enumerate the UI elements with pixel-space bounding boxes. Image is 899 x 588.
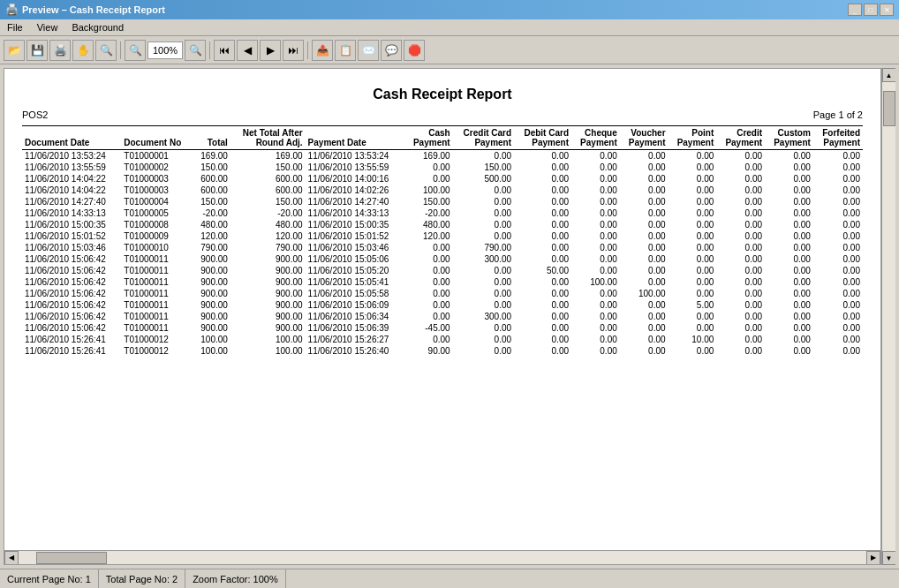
table-cell: 90.00 <box>404 345 453 357</box>
table-cell: 600.00 <box>193 185 230 196</box>
table-cell: 900.00 <box>230 311 306 322</box>
menu-view[interactable]: View <box>34 21 62 34</box>
v-scroll-track[interactable] <box>882 82 895 551</box>
v-scroll-down-button[interactable]: ▼ <box>882 551 896 565</box>
table-cell: 0.00 <box>813 322 863 334</box>
table-cell: 0.00 <box>765 219 813 230</box>
toolbar-email-button[interactable]: ✉️ <box>358 40 379 61</box>
table-cell: 11/06/2010 14:04:22 <box>22 185 121 196</box>
toolbar-prev-button[interactable]: ◀ <box>237 40 258 61</box>
table-cell: 0.00 <box>404 288 453 299</box>
menu-background[interactable]: Background <box>68 21 127 34</box>
maximize-button[interactable]: □ <box>864 4 878 16</box>
toolbar-export-button[interactable]: 📤 <box>312 40 333 61</box>
table-cell: T01000004 <box>121 196 193 207</box>
table-cell: 0.00 <box>571 219 620 230</box>
h-scroll-left-button[interactable]: ◀ <box>4 551 19 565</box>
table-cell: 0.00 <box>716 196 765 207</box>
table-cell: T01000005 <box>121 207 193 219</box>
toolbar-copy-button[interactable]: 📋 <box>335 40 356 61</box>
table-cell: 0.00 <box>716 345 765 357</box>
table-cell: 11/06/2010 15:06:42 <box>22 265 121 276</box>
toolbar-open-button[interactable]: 📂 <box>4 40 25 61</box>
toolbar-sep3 <box>307 41 308 59</box>
report-scroll[interactable]: Cash Receipt Report POS2 Page 1 of 2 Doc… <box>4 69 880 550</box>
h-scroll-thumb[interactable] <box>36 552 107 564</box>
table-cell: 0.00 <box>571 207 620 219</box>
table-cell: 0.00 <box>716 219 765 230</box>
table-cell: 0.00 <box>404 311 453 322</box>
table-cell: 0.00 <box>813 196 863 207</box>
zoom-input[interactable]: 100% <box>147 41 183 59</box>
toolbar-next-button[interactable]: ▶ <box>260 40 281 61</box>
table-cell: 900.00 <box>230 288 306 299</box>
table-cell: 0.00 <box>620 242 669 253</box>
table-cell: 900.00 <box>230 299 306 311</box>
toolbar-stop-button[interactable]: 🛑 <box>404 40 425 61</box>
table-cell: 100.00 <box>571 276 620 288</box>
table-cell: 0.00 <box>669 196 717 207</box>
col-cash: CashPayment <box>404 126 453 150</box>
toolbar-search-button[interactable]: 🔍 <box>95 40 117 61</box>
table-row: 11/06/2010 15:01:52T01000009120.00120.00… <box>22 230 863 242</box>
table-cell: 11/06/2010 13:53:24 <box>22 150 121 162</box>
h-scroll-track[interactable] <box>19 551 866 565</box>
toolbar-hand-button[interactable]: ✋ <box>72 40 94 61</box>
h-scrollbar[interactable]: ◀ ▶ <box>4 550 880 564</box>
table-cell: 11/06/2010 15:05:41 <box>306 276 404 288</box>
table-cell: 0.00 <box>669 150 717 162</box>
table-cell: 0.00 <box>620 276 669 288</box>
table-cell: 0.00 <box>571 322 620 334</box>
table-cell: 0.00 <box>514 150 571 162</box>
menu-file[interactable]: File <box>4 21 26 34</box>
table-cell: 900.00 <box>193 265 230 276</box>
table-cell: 300.00 <box>453 253 514 265</box>
toolbar-first-button[interactable]: ⏮ <box>214 40 235 61</box>
table-cell: 0.00 <box>765 311 813 322</box>
v-scroll-thumb[interactable] <box>883 91 895 126</box>
table-cell: -20.00 <box>193 207 230 219</box>
table-cell: 0.00 <box>813 345 863 357</box>
table-row: 11/06/2010 13:55:59T01000002150.00150.00… <box>22 162 863 173</box>
table-cell: 11/06/2010 15:26:40 <box>306 345 404 357</box>
table-cell: 0.00 <box>765 276 813 288</box>
table-cell: 0.00 <box>669 288 717 299</box>
table-cell: 0.00 <box>571 230 620 242</box>
table-cell: 0.00 <box>453 334 514 345</box>
h-scroll-right-button[interactable]: ▶ <box>866 551 880 565</box>
table-cell: 0.00 <box>765 173 813 185</box>
toolbar-last-button[interactable]: ⏭ <box>283 40 304 61</box>
table-cell: 0.00 <box>669 345 717 357</box>
table-cell: 0.00 <box>404 173 453 185</box>
toolbar-save-button[interactable]: 💾 <box>26 40 48 61</box>
toolbar-zoom-in-button[interactable]: 🔍 <box>185 40 206 61</box>
toolbar-chat-button[interactable]: 💬 <box>381 40 402 61</box>
table-cell: 0.00 <box>669 242 717 253</box>
table-cell: 0.00 <box>765 207 813 219</box>
close-button[interactable]: ✕ <box>880 4 894 16</box>
table-cell: 0.00 <box>765 299 813 311</box>
col-net-total: Net Total AfterRound Adj. <box>230 126 306 150</box>
table-row: 11/06/2010 14:27:40T01000004150.00150.00… <box>22 196 863 207</box>
v-scrollbar[interactable]: ▲ ▼ <box>881 68 895 565</box>
status-current-page: Current Page No: 1 <box>0 569 99 588</box>
table-row: 11/06/2010 15:06:42T01000011900.00900.00… <box>22 253 863 265</box>
table-cell: 300.00 <box>453 311 514 322</box>
table-cell: 0.00 <box>716 150 765 162</box>
table-cell: 0.00 <box>620 230 669 242</box>
minimize-button[interactable]: _ <box>848 4 862 16</box>
table-cell: 50.00 <box>514 265 571 276</box>
v-scroll-up-button[interactable]: ▲ <box>882 68 896 82</box>
toolbar-zoom-out-button[interactable]: 🔍 <box>125 40 146 61</box>
toolbar-print-button[interactable]: 🖨️ <box>49 40 71 61</box>
table-cell: 0.00 <box>620 253 669 265</box>
table-cell: 0.00 <box>765 253 813 265</box>
table-cell: T01000011 <box>121 322 193 334</box>
table-cell: 0.00 <box>571 242 620 253</box>
table-cell: 0.00 <box>813 230 863 242</box>
report-title: Cash Receipt Report <box>22 87 863 102</box>
window-title: Preview – Cash Receipt Report <box>22 4 165 15</box>
table-row: 11/06/2010 15:03:46T01000010790.00790.00… <box>22 242 863 253</box>
table-cell: 0.00 <box>669 265 717 276</box>
table-cell: 11/06/2010 15:01:52 <box>22 230 121 242</box>
